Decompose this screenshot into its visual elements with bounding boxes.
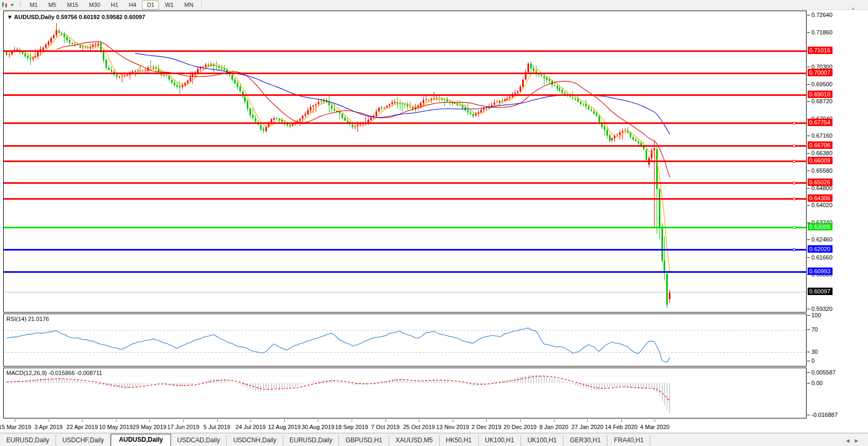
- price-axis-label: 0.71860: [811, 29, 833, 35]
- rsi-axis-label: 0: [811, 358, 815, 364]
- axis-tick: [807, 188, 810, 189]
- chart-tab-uk100-h1[interactable]: UK100,H1: [521, 435, 563, 446]
- chart-tab-eurusd-daily[interactable]: EURUSD,Daily: [283, 435, 339, 446]
- tab-scroll-arrows[interactable]: ◀▶: [846, 438, 864, 443]
- chart-tab-eurusd-daily[interactable]: EURUSD,Daily: [0, 435, 56, 446]
- axis-tick: [807, 171, 810, 171]
- timeframe-button-d1[interactable]: D1: [142, 1, 159, 10]
- timeframe-button-w1[interactable]: W1: [160, 1, 178, 10]
- timeframe-button-h1[interactable]: H1: [106, 1, 123, 10]
- timeframe-toolbar: ▼ M1M5M15M30H1H4D1W1MN: [0, 0, 868, 10]
- chart-tab-gbpusd-h1[interactable]: GBPUSD,H1: [339, 435, 389, 446]
- horizontal-line-current[interactable]: [4, 292, 806, 292]
- chart-ohlc-values: 0.59756 0.60192 0.59582 0.60097: [56, 14, 145, 20]
- axis-tick: [807, 101, 810, 102]
- axis-tick: [807, 205, 810, 206]
- time-axis-tick: [116, 420, 117, 422]
- axis-tick: [807, 329, 810, 330]
- price-chart-panel: ▼ AUDUSD,Daily 0.59756 0.60192 0.59582 0…: [3, 11, 807, 313]
- price-axis-label: 0.69500: [811, 81, 833, 87]
- price-tag-red: 0.66009: [808, 157, 833, 164]
- timeframe-button-h4[interactable]: H4: [124, 1, 141, 10]
- axis-tick: [807, 67, 810, 67]
- rsi-axis-label: 70: [811, 326, 818, 333]
- price-tag-blue: 0.62020: [808, 245, 833, 253]
- line-handle[interactable]: [793, 122, 795, 124]
- time-axis-tick: [520, 420, 521, 422]
- timeframe-button-mn[interactable]: MN: [180, 1, 198, 10]
- axis-tick: [807, 84, 810, 85]
- line-handle[interactable]: [793, 145, 795, 147]
- horizontal-line-066009[interactable]: [4, 160, 806, 162]
- price-axis-label: 0.59320: [811, 306, 833, 312]
- horizontal-line-067754[interactable]: [4, 122, 806, 124]
- rsi-axis-label: 100: [811, 312, 821, 318]
- axis-tick: [807, 383, 810, 383]
- line-handle[interactable]: [793, 248, 795, 251]
- time-axis-tick: [217, 420, 218, 422]
- horizontal-line-069010[interactable]: [4, 94, 806, 96]
- time-axis-tick: [554, 420, 554, 422]
- rsi-panel: RSI(14) 21.0176: [3, 314, 807, 367]
- price-axis-label: 0.65580: [811, 167, 833, 174]
- date-label: 24 Jul 2019: [236, 424, 266, 430]
- candlestick-chart-icon[interactable]: [1, 1, 10, 8]
- chart-tab-xauusd-m5[interactable]: XAUUSD,M5: [389, 435, 440, 446]
- timeframe-button-m1[interactable]: M1: [25, 1, 42, 10]
- toolbar-grip[interactable]: [20, 2, 21, 8]
- horizontal-line-066706[interactable]: [4, 145, 806, 147]
- horizontal-line-065026[interactable]: [4, 182, 806, 184]
- horizontal-line-070007[interactable]: [4, 73, 806, 74]
- time-axis-tick: [15, 420, 15, 422]
- date-label: 30 Aug 2019: [301, 424, 334, 430]
- axis-tick: [807, 315, 810, 316]
- chart-tab-usdcad-daily[interactable]: USDCAD,Daily: [171, 435, 227, 446]
- line-handle[interactable]: [793, 160, 795, 163]
- horizontal-line-064306[interactable]: [4, 198, 806, 200]
- macd-panel: MACD(12,26,9) -0.015866 -0.008711: [3, 368, 807, 418]
- price-tag-green: 0.63005: [808, 223, 833, 230]
- axis-tick: [807, 257, 810, 258]
- axis-tick: [807, 136, 810, 136]
- horizontal-line-060993[interactable]: [4, 271, 806, 273]
- chart-tab-uk100-h1[interactable]: UK100,H1: [479, 435, 521, 446]
- line-handle[interactable]: [793, 198, 795, 200]
- timeframe-button-m15[interactable]: M15: [62, 1, 83, 10]
- timeframe-button-m5[interactable]: M5: [43, 1, 61, 10]
- date-label: 4 Mar 2020: [640, 424, 670, 430]
- rsi-label: RSI(14) 21.0176: [6, 316, 49, 322]
- chart-tab-ger30-h1[interactable]: GER30,H1: [563, 435, 607, 446]
- ohlc-toggle-caret[interactable]: ▼: [7, 14, 13, 20]
- chart-tab-audusd-daily[interactable]: AUDUSD,Daily: [111, 434, 171, 446]
- price-axis[interactable]: 0.710160.700070.690100.677540.667060.660…: [807, 0, 868, 446]
- time-axis[interactable]: 15 Mar 20193 Apr 201922 Apr 201910 May 2…: [3, 420, 807, 432]
- time-axis-tick: [386, 420, 386, 422]
- timeframe-button-m30[interactable]: M30: [84, 1, 105, 10]
- date-label: 17 Jun 2019: [167, 424, 200, 430]
- time-axis-tick: [419, 420, 419, 422]
- axis-tick: [807, 239, 810, 240]
- chart-tab-usdchf-daily[interactable]: USDCHF,Daily: [56, 435, 111, 446]
- rsi-canvas[interactable]: [4, 314, 806, 366]
- horizontal-line-062020[interactable]: [4, 249, 806, 251]
- price-axis-label: 0.72640: [811, 12, 833, 18]
- horizontal-line-071016[interactable]: [4, 50, 806, 52]
- macd-canvas[interactable]: [4, 368, 806, 418]
- axis-tick: [807, 372, 810, 373]
- horizontal-line-063005[interactable]: [4, 227, 806, 228]
- axis-tick: [807, 309, 810, 309]
- line-handle[interactable]: [793, 182, 795, 184]
- date-label: 2 Dec 2019: [471, 424, 501, 430]
- chart-tab-hk50-h1[interactable]: HK50,H1: [440, 435, 479, 446]
- chart-tab-fra40-h1[interactable]: FRA40,H1: [607, 435, 650, 446]
- date-label: 22 Apr 2019: [67, 424, 98, 430]
- date-label: 29 May 2019: [133, 424, 167, 430]
- date-label: 25 Oct 2019: [403, 424, 435, 430]
- date-label: 15 Mar 2019: [0, 424, 31, 430]
- chevron-down-icon[interactable]: ▼: [10, 3, 14, 7]
- chart-tab-usdcnh-daily[interactable]: USDCNH,Daily: [227, 435, 283, 446]
- time-axis-tick: [486, 420, 487, 422]
- axis-tick: [807, 32, 810, 33]
- scroll-up-icon[interactable]: ▲: [851, 6, 855, 11]
- line-handle[interactable]: [793, 226, 795, 229]
